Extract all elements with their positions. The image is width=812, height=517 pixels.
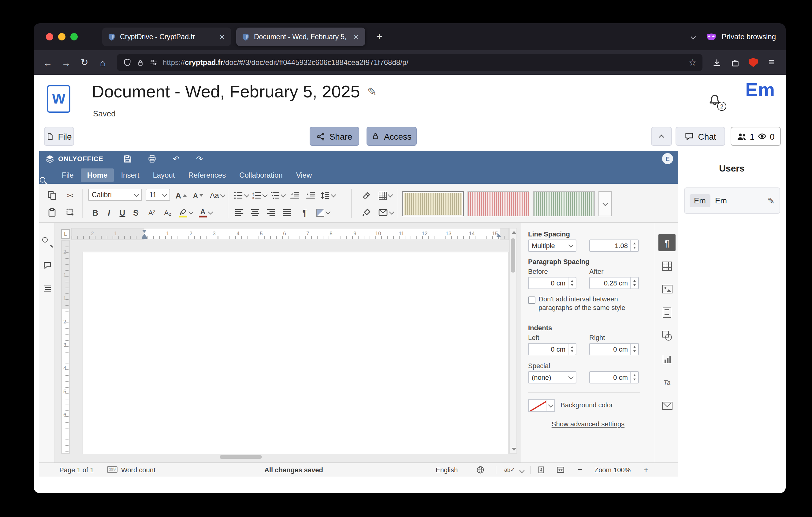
style-swatch-2[interactable]: [467, 191, 529, 216]
word-count-label[interactable]: Word count: [121, 466, 155, 473]
spinner-arrows[interactable]: [630, 277, 638, 289]
spell-check-dropdown-icon[interactable]: [520, 468, 525, 473]
increase-indent-button[interactable]: [303, 189, 317, 202]
zoom-out-button[interactable]: −: [578, 465, 582, 474]
decrease-font-button[interactable]: A: [191, 189, 206, 202]
comments-icon[interactable]: [41, 260, 53, 271]
editor-menu-tab[interactable]: Home: [81, 168, 114, 182]
strikethrough-button[interactable]: S: [130, 206, 142, 219]
spinner-arrows[interactable]: [630, 372, 638, 383]
table-settings-icon[interactable]: [659, 257, 675, 274]
spinner-arrows[interactable]: [568, 344, 576, 355]
right-indent-marker[interactable]: [496, 234, 501, 237]
align-left-button[interactable]: [233, 206, 246, 219]
bookmark-star-icon[interactable]: ☆: [689, 58, 696, 67]
window-zoom-button[interactable]: [70, 33, 78, 40]
zoom-level[interactable]: Zoom 100%: [592, 466, 633, 473]
editor-menu-tab[interactable]: Collaboration: [233, 168, 289, 182]
redo-button[interactable]: ↷: [193, 152, 206, 165]
editor-menu-tab[interactable]: File: [56, 168, 80, 182]
back-button[interactable]: ←: [38, 54, 57, 71]
language-selector[interactable]: English: [436, 466, 458, 473]
vertical-scrollbar[interactable]: [509, 228, 517, 454]
share-button[interactable]: Share: [310, 127, 359, 146]
horizontal-ruler[interactable]: 2 1 1 2 3 4 5 6: [71, 228, 509, 240]
access-button[interactable]: Access: [367, 127, 417, 146]
page-indicator[interactable]: Page 1 of 1: [59, 466, 94, 473]
editor-menu-tab[interactable]: References: [182, 168, 232, 182]
browser-tab[interactable]: Document - Wed, February 5, 20 ×: [236, 28, 365, 46]
editor-search-icon[interactable]: [39, 176, 47, 184]
font-color-button[interactable]: A: [197, 206, 214, 219]
tab-overflow-chevron-icon[interactable]: [691, 34, 696, 39]
interval-checkbox[interactable]: [528, 297, 535, 304]
headerfooter-settings-icon[interactable]: [659, 304, 675, 321]
underline-button[interactable]: U: [116, 206, 128, 219]
tab-close-icon[interactable]: ×: [352, 32, 360, 42]
style-swatch-normal[interactable]: [402, 191, 464, 216]
url-text[interactable]: https://cryptpad.fr/doc/#/3/doc/edit/ff0…: [163, 58, 684, 67]
bullets-button[interactable]: [233, 189, 249, 202]
subscript-button[interactable]: A₂: [160, 206, 175, 219]
advanced-settings-link[interactable]: Show advanced settings: [521, 420, 655, 428]
participants-button[interactable]: 1 0: [731, 127, 781, 146]
change-case-button[interactable]: Aa: [208, 189, 226, 202]
spinner-arrows[interactable]: [630, 344, 638, 355]
downloads-button[interactable]: [707, 54, 726, 71]
scroll-down-arrow[interactable]: [512, 448, 517, 451]
background-color-swatch[interactable]: [528, 399, 546, 412]
line-spacing-amount-input[interactable]: 1.08: [589, 240, 639, 252]
edit-user-pencil-icon[interactable]: ✎: [767, 196, 775, 206]
document-canvas[interactable]: [56, 240, 509, 454]
find-search-icon[interactable]: [41, 237, 53, 247]
paste-button[interactable]: [45, 206, 59, 219]
left-indent-marker[interactable]: [142, 237, 147, 239]
indent-left-input[interactable]: 0 cm: [528, 343, 576, 355]
background-color-dropdown[interactable]: [546, 399, 555, 412]
clear-style-button[interactable]: [360, 189, 373, 202]
tab-close-icon[interactable]: ×: [219, 32, 226, 42]
numbering-button[interactable]: 123: [251, 189, 267, 202]
save-button-editor[interactable]: [120, 152, 134, 165]
spell-check-icon[interactable]: ab✓: [504, 467, 515, 473]
textart-settings-icon[interactable]: [659, 374, 675, 391]
home-button[interactable]: ⌂: [94, 54, 112, 71]
fit-page-button[interactable]: [537, 466, 545, 474]
spacing-before-input[interactable]: 0 cm: [528, 277, 576, 289]
line-spacing-button[interactable]: [319, 189, 335, 202]
word-count-icon[interactable]: 123: [107, 466, 117, 472]
editor-menu-tab[interactable]: View: [290, 168, 318, 182]
align-center-button[interactable]: [249, 206, 262, 219]
chat-button[interactable]: Chat: [675, 127, 725, 146]
zoom-in-button[interactable]: +: [644, 465, 648, 474]
navigation-headings-icon[interactable]: [41, 283, 53, 294]
first-line-indent-marker[interactable]: [142, 230, 147, 233]
italic-button[interactable]: I: [103, 206, 115, 219]
copy-button[interactable]: [45, 189, 59, 202]
document-page[interactable]: [83, 252, 509, 454]
editor-menu-tab[interactable]: Layout: [147, 168, 181, 182]
connection-lock-icon[interactable]: [137, 58, 144, 66]
decrease-indent-button[interactable]: [288, 189, 301, 202]
align-right-button[interactable]: [264, 206, 278, 219]
paragraph-color-button[interactable]: [377, 189, 394, 202]
user-avatar[interactable]: Em: [745, 79, 775, 101]
extensions-puzzle-icon[interactable]: [726, 54, 744, 71]
editor-menu-tab[interactable]: Insert: [115, 168, 145, 182]
forward-button[interactable]: →: [57, 54, 75, 71]
file-button[interactable]: File: [44, 127, 74, 146]
image-settings-icon[interactable]: [659, 280, 675, 298]
font-size-select[interactable]: 11: [146, 189, 170, 201]
vertical-scroll-thumb[interactable]: [511, 238, 515, 273]
bold-button[interactable]: B: [89, 206, 102, 219]
new-tab-button[interactable]: +: [371, 29, 387, 45]
permissions-sliders-icon[interactable]: [149, 58, 158, 67]
collapse-toolbar-button[interactable]: [651, 127, 672, 146]
window-minimize-button[interactable]: [58, 33, 65, 40]
app-menu-hamburger-icon[interactable]: ≡: [762, 54, 781, 71]
special-amount-input[interactable]: 0 cm: [589, 371, 639, 383]
select-all-button[interactable]: [64, 206, 77, 219]
tracking-protection-shield-icon[interactable]: [123, 58, 132, 67]
multilevel-list-button[interactable]: [269, 189, 285, 202]
tab-stop-selector[interactable]: L: [61, 229, 70, 239]
